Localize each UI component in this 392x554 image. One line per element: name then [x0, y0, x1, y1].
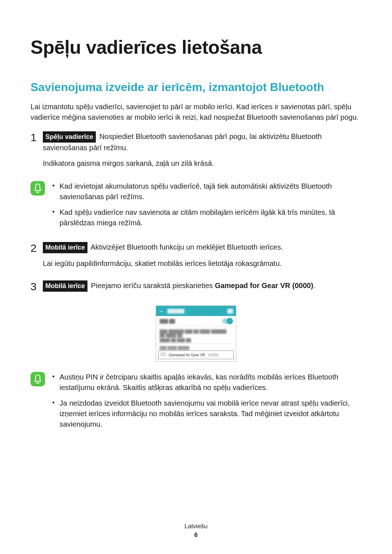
available-devices-label-blurred: ███ ████ █████: [156, 344, 236, 350]
page-title: Spēļu vadierīces lietošana: [30, 36, 362, 58]
step-text: Mobilā ierīce Pieejamo ierīču sarakstā p…: [43, 280, 362, 292]
step-number: 1: [30, 131, 43, 143]
note-bullet: Austiņu PIN ir četrciparu skaitlis apaļā…: [60, 372, 362, 393]
note-bullet: Kad ievietojat akumulatorus spēļu vadier…: [60, 181, 362, 202]
blurred-line: ████ ██ ███ ██: [160, 338, 232, 342]
step-bold: Gamepad for Gear VR (0000): [215, 282, 313, 290]
device-badge: Mobilā ierīce: [43, 242, 87, 253]
step-body: Spēļu vadierīce Nospiediet Bluetooth sav…: [43, 131, 362, 174]
header-blurred-label: ██████: [167, 309, 184, 313]
step-3: 3 Mobilā ierīce Pieejamo ierīču sarakstā…: [30, 280, 362, 297]
bell-icon: [33, 183, 42, 193]
phone-frame: ← ██████ ██ ███ ██ ███ ██████ ███ ██ ███…: [156, 305, 236, 362]
back-arrow-icon: ←: [159, 308, 164, 314]
row-blurred-label: ███ ██: [160, 319, 175, 323]
note-content: Austiņu PIN ir četrciparu skaitlis apaļā…: [51, 371, 362, 435]
intro-paragraph: Lai izmantotu spēļu vadierīci, savienoji…: [30, 102, 362, 123]
footer-language: Latviešu: [0, 522, 392, 531]
step-suffix: .: [313, 282, 315, 290]
step-body: Mobilā ierīce Pieejamo ierīču sarakstā p…: [43, 280, 362, 297]
note-content: Kad ievietojat akumulatorus spēļu vadier…: [51, 180, 362, 233]
step-subtext: Lai iegūtu papildinformāciju, skatiet mo…: [43, 258, 362, 269]
available-device-row: Gamepad for Gear VR (0000): [158, 350, 234, 359]
step-subtext: Indikatora gaisma mirgos sarkanā, zaļā u…: [43, 158, 362, 169]
page-footer: Latviešu 6: [0, 522, 392, 539]
header-blurred-right: ██: [227, 309, 233, 313]
step-body: Mobilā ierīce Aktivizējiet Bluetooth fun…: [43, 242, 362, 274]
step-number: 3: [30, 280, 43, 292]
info-bell-icon: [30, 181, 45, 196]
device-badge: Spēļu vadierīce: [43, 131, 96, 143]
manual-page: Spēļu vadierīces lietošana Savienojuma i…: [0, 0, 392, 554]
step-text: Spēļu vadierīce Nospiediet Bluetooth sav…: [43, 131, 362, 153]
bluetooth-settings-screenshot: ← ██████ ██ ███ ██ ███ ██████ ███ ██ ███…: [30, 305, 362, 362]
section-heading: Savienojuma izveide ar ierīcēm, izmantoj…: [30, 80, 362, 94]
step-1: 1 Spēļu vadierīce Nospiediet Bluetooth s…: [30, 131, 362, 174]
blurred-line: ███ ██████ ███ ██ ████ ██████ ██ ████ ██: [160, 329, 232, 337]
device-badge: Mobilā ierīce: [43, 280, 87, 292]
step-2: 2 Mobilā ierīce Aktivizējiet Bluetooth f…: [30, 242, 362, 274]
page-number: 6: [0, 531, 392, 539]
note-icon-wrap: [30, 180, 51, 196]
step-line: Aktivizējiet Bluetooth funkciju un meklē…: [91, 243, 283, 251]
phone-subtext: ███ ██████ ███ ██ ████ ██████ ██ ████ ██…: [156, 327, 236, 344]
info-bell-icon: [30, 372, 45, 386]
note-block: Austiņu PIN ir četrciparu skaitlis apaļā…: [30, 371, 362, 435]
note-icon-wrap: [30, 371, 51, 386]
device-pin-blurred: (0000): [208, 353, 219, 357]
device-name: Gamepad for Gear VR: [169, 353, 205, 357]
step-number: 2: [30, 242, 43, 254]
step-text: Mobilā ierīce Aktivizējiet Bluetooth fun…: [43, 242, 362, 253]
bell-icon: [33, 374, 42, 384]
bluetooth-toggle-row: ███ ██: [156, 316, 236, 327]
step-prefix: Pieejamo ierīču sarakstā pieskarieties: [91, 282, 215, 290]
note-block: Kad ievietojat akumulatorus spēļu vadier…: [30, 180, 362, 233]
note-bullet: Kad spēļu vadierīce nav savienota ar cit…: [60, 207, 362, 228]
gamepad-icon: [161, 353, 166, 357]
toggle-switch-on-icon: [222, 319, 232, 324]
note-bullet: Ja neizdodas izveidot Bluetooth savienoj…: [60, 398, 362, 430]
phone-header: ← ██████ ██: [156, 306, 236, 316]
